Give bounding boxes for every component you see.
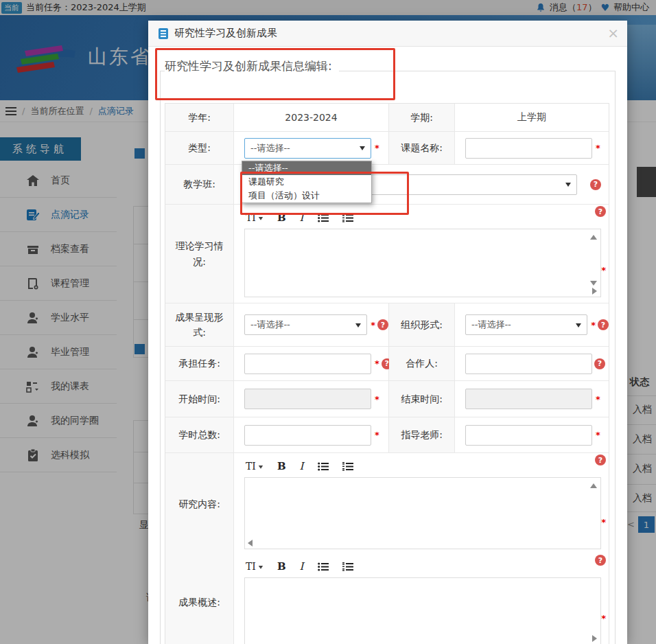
content-field: TI B I ? * [234, 453, 609, 555]
chevron-down-icon [360, 146, 365, 153]
italic-button[interactable]: I [300, 560, 304, 573]
bullet-list-icon[interactable] [318, 462, 329, 471]
year-value: 2023-2024 [234, 104, 389, 131]
dropdown-option[interactable]: 课题研究 [242, 175, 371, 189]
form-row-content: 研究内容: TI B I [165, 453, 609, 553]
present-label: 成果呈现形式: [165, 303, 234, 346]
type-label: 类型: [165, 132, 234, 164]
help-icon[interactable]: ? [595, 455, 606, 465]
editor-toolbar: TI B I [244, 559, 601, 577]
start-field: * [234, 381, 389, 417]
start-label: 开始时间: [165, 381, 234, 417]
scroll-up-icon[interactable] [590, 483, 597, 488]
end-field: * [455, 381, 609, 417]
task-field: * ? [234, 347, 389, 380]
summary-editor: TI B I [244, 559, 601, 644]
dropdown-option[interactable]: --请选择-- [242, 161, 371, 175]
editor-toolbar: TI B I [244, 210, 601, 229]
italic-button[interactable]: I [300, 211, 304, 224]
required-asterisk: * [601, 613, 606, 623]
type-select-dropdown: --请选择-- 课题研究 项目（活动）设计 [242, 161, 372, 203]
help-icon[interactable]: ? [595, 555, 606, 566]
teacher-input[interactable] [465, 425, 592, 446]
form-row-present-org: 成果呈现形式: --请选择-- * ? 组织形式: --请选择-- * [165, 303, 609, 347]
help-icon[interactable]: ? [598, 319, 609, 330]
scroll-right-icon[interactable] [592, 288, 597, 295]
topic-label: 课题名称: [389, 132, 455, 164]
bold-button[interactable]: B [277, 211, 286, 224]
org-select[interactable]: --请选择-- [465, 314, 587, 335]
edit-form: 学年: 2023-2024 学期: 上学期 类型: --请选择-- * 课题名称… [165, 103, 609, 644]
theory-editor: TI B I [244, 210, 601, 297]
document-icon [158, 27, 169, 40]
required-asterisk: * [375, 394, 379, 404]
research-achievement-dialog: 研究性学习及创新成果 × 研究性学习及创新成果信息编辑: 学年: 2023-20… [148, 21, 627, 644]
chevron-down-icon [576, 323, 581, 330]
hours-input[interactable] [244, 425, 371, 446]
theory-label: 理论学习情况: [165, 205, 234, 303]
chevron-down-icon [259, 465, 263, 471]
required-asterisk: * [596, 143, 600, 153]
dialog-header: 研究性学习及创新成果 × [148, 21, 627, 47]
summary-label: 成果概述: [165, 553, 234, 644]
content-label: 研究内容: [165, 453, 234, 555]
required-asterisk: * [596, 394, 600, 404]
required-asterisk: * [601, 265, 606, 275]
bold-button[interactable]: B [277, 560, 286, 573]
help-icon[interactable]: ? [594, 358, 605, 369]
end-date-input[interactable] [465, 389, 592, 409]
form-legend: 研究性学习及创新成果信息编辑: [165, 58, 339, 74]
required-asterisk: * [371, 320, 375, 330]
editor-toolbar: TI B I [244, 459, 601, 477]
year-label: 学年: [165, 104, 234, 131]
help-icon[interactable]: ? [590, 179, 601, 190]
present-field: --请选择-- * ? [234, 303, 389, 346]
org-field: --请选择-- * ? [455, 303, 609, 346]
text-style-button[interactable]: TI [246, 561, 263, 572]
bold-button[interactable]: B [277, 460, 286, 472]
topic-input[interactable] [465, 138, 592, 159]
scroll-left-icon[interactable] [248, 540, 253, 547]
required-asterisk: * [591, 320, 596, 330]
bullet-list-icon[interactable] [318, 214, 329, 222]
org-label: 组织形式: [389, 303, 455, 346]
scroll-down-icon[interactable] [590, 281, 597, 286]
required-asterisk: * [375, 143, 379, 153]
topic-field: * [455, 132, 609, 164]
end-label: 结束时间: [389, 381, 455, 417]
start-date-input[interactable] [244, 389, 371, 409]
dropdown-option[interactable]: 项目（活动）设计 [242, 189, 371, 203]
chevron-down-icon [259, 566, 263, 571]
partner-input[interactable] [465, 354, 592, 374]
type-select[interactable]: --请选择-- [244, 138, 371, 159]
bullet-list-icon[interactable] [318, 562, 329, 571]
chevron-down-icon [259, 217, 263, 222]
italic-button[interactable]: I [300, 460, 304, 472]
form-row-summary: 成果概述: TI B I ? [165, 553, 609, 644]
numbered-list-icon[interactable] [342, 462, 353, 471]
help-icon[interactable]: ? [377, 319, 388, 330]
class-label: 教学班: [165, 165, 234, 204]
numbered-list-icon[interactable] [342, 214, 353, 222]
text-style-button[interactable]: TI [246, 212, 263, 223]
help-icon[interactable]: ? [595, 206, 606, 217]
partner-field: ? [455, 347, 609, 380]
content-textarea[interactable] [244, 477, 601, 549]
task-input[interactable] [244, 354, 371, 374]
required-asterisk: * [596, 430, 600, 440]
text-style-button[interactable]: TI [246, 461, 263, 472]
close-icon[interactable]: × [607, 26, 619, 40]
numbered-list-icon[interactable] [342, 562, 353, 571]
chevron-down-icon [355, 323, 361, 330]
theory-field: TI B I ? * [234, 205, 609, 303]
content-editor: TI B I [244, 459, 601, 549]
summary-textarea[interactable] [244, 577, 601, 644]
scroll-up-icon[interactable] [590, 235, 597, 240]
form-row-year-term: 学年: 2023-2024 学期: 上学期 [165, 104, 609, 132]
form-row-dates: 开始时间: * 结束时间: * [165, 381, 609, 417]
theory-textarea[interactable] [244, 229, 601, 297]
scroll-right-icon[interactable] [592, 635, 597, 642]
hours-field: * [234, 417, 389, 452]
present-select[interactable]: --请选择-- [244, 314, 367, 335]
form-row-type-topic: 类型: --请选择-- * 课题名称: * [165, 132, 609, 165]
